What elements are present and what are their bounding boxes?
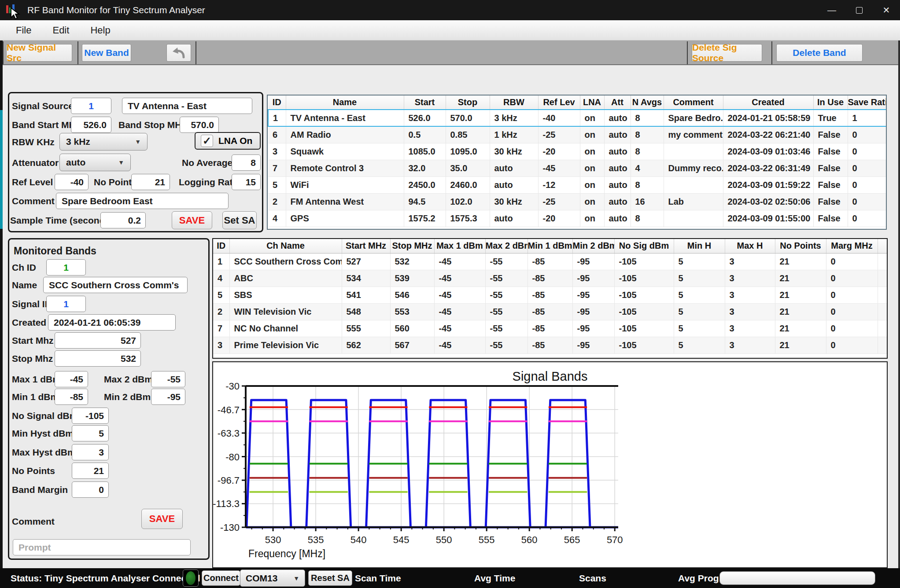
set-sa-button[interactable]: Set SA (222, 211, 257, 229)
signal-id-label: Signal ID (12, 296, 52, 312)
band-margin-field[interactable]: 0 (72, 481, 109, 498)
no-averages-field[interactable]: 8 (232, 154, 261, 171)
table-row[interactable]: 5SBS541546-45-55-85-95-10553210 (213, 287, 887, 303)
column-header[interactable] (878, 239, 887, 253)
band-save-button[interactable]: SAVE (141, 509, 183, 529)
close-button[interactable]: ✕ (873, 0, 900, 20)
rbw-dropdown[interactable]: 3 kHz ▼ (59, 133, 148, 151)
column-header[interactable]: Comment (664, 96, 723, 110)
minimize-button[interactable]: — (818, 0, 845, 20)
column-header[interactable]: Stop MHz (390, 239, 434, 253)
sample-time-field[interactable]: 0.2 (100, 212, 146, 228)
column-header[interactable]: In Use (813, 96, 848, 110)
table-row[interactable]: 1TV Antenna - East526.0570.03 kHz-40onau… (268, 110, 886, 126)
band-name-field[interactable]: SCC Southern Cross Comm's (43, 277, 188, 293)
column-header[interactable]: Att (604, 96, 631, 110)
com-port-dropdown[interactable]: COM13 ▼ (240, 570, 305, 587)
column-header[interactable]: Max H (725, 239, 775, 253)
toolbar: New Signal Src New Band Delete Sig Sourc… (0, 40, 900, 65)
column-header[interactable]: Name (286, 96, 404, 110)
table-row[interactable]: 3Prime Television Vic562567-45-55-85-95-… (213, 337, 887, 353)
no-signal-field[interactable]: -105 (72, 408, 109, 424)
menu-edit[interactable]: Edit (42, 20, 80, 40)
svg-text:570: 570 (607, 534, 623, 545)
table-row[interactable]: 5WiFi2450.02460.0auto-12onauto82024-03-0… (268, 176, 886, 193)
table-row[interactable]: 3Squawk1085.01095.030 kHz-20onauto82024-… (268, 143, 886, 160)
maximize-button[interactable] (845, 0, 873, 20)
column-header[interactable]: Created (723, 96, 813, 110)
column-header[interactable]: Min 1 dBm (527, 239, 572, 253)
column-header[interactable]: ID (213, 239, 229, 253)
signal-source-name-field[interactable]: TV Antenna - East (122, 98, 252, 114)
menu-file[interactable]: File (5, 20, 42, 40)
table-row[interactable]: 6AM Radio0.50.851 kHz-25onauto8my commen… (268, 126, 886, 143)
column-header[interactable]: Max 2 dBm (485, 239, 527, 253)
column-header[interactable]: LNA (580, 96, 604, 110)
no-points-field[interactable]: 21 (131, 174, 170, 190)
signal-source-label: Signal Source (12, 98, 74, 114)
chevron-down-icon: ▼ (293, 575, 299, 582)
ch-id-field[interactable]: 1 (46, 259, 86, 276)
comment-label: Comment (12, 193, 55, 209)
column-header[interactable]: ID (268, 96, 286, 110)
column-header[interactable]: Start (404, 96, 446, 110)
column-header[interactable]: Save Ratio (848, 96, 886, 110)
attenuator-dropdown[interactable]: auto ▼ (59, 154, 131, 171)
delete-band-button[interactable]: Delete Band (776, 44, 863, 62)
max1-field[interactable]: -45 (55, 371, 88, 387)
min2-field[interactable]: -95 (151, 389, 185, 405)
lna-on-checkbox[interactable]: ✓ LNA On (195, 132, 261, 150)
column-header[interactable]: Ref Lev (538, 96, 580, 110)
column-header[interactable]: Stop (446, 96, 490, 110)
band-comment-input[interactable] (13, 539, 191, 555)
table-row[interactable]: 2FM Antenna West94.5102.030 kHz-25onauto… (268, 193, 886, 210)
new-band-button[interactable]: New Band (82, 44, 131, 62)
max2-field[interactable]: -55 (151, 371, 185, 387)
min2-label: Min 2 dBm (104, 389, 151, 405)
reset-sa-button[interactable]: Reset SA (308, 570, 352, 586)
column-header[interactable]: Start MHz (342, 239, 390, 253)
column-header[interactable]: RBW (490, 96, 538, 110)
no-points-label: No Points (94, 174, 137, 190)
table-row[interactable]: 2WIN Television Vic548553-45-55-85-95-10… (213, 303, 887, 320)
column-header[interactable]: Ch Name (229, 239, 342, 253)
svg-text:555: 555 (479, 534, 495, 545)
signal-source-id-field[interactable]: 1 (71, 98, 111, 114)
column-header[interactable]: Max 1 dBm (434, 239, 485, 253)
column-header[interactable]: No Points (775, 239, 826, 253)
column-header[interactable]: N Avgs (631, 96, 664, 110)
table-row[interactable]: 1SCC Southern Cross Comm's527532-45-55-8… (213, 253, 887, 270)
new-signal-src-button[interactable]: New Signal Src (6, 44, 72, 62)
band-start-field[interactable]: 526.0 (71, 117, 111, 133)
logging-ratio-field[interactable]: 15 (232, 174, 261, 190)
status-bar: Status: Tiny Spectrum Analyser Connected… (0, 568, 900, 588)
status-text: Status: Tiny Spectrum Analyser Connected (11, 568, 200, 588)
menu-help[interactable]: Help (80, 20, 121, 40)
min-hyst-field[interactable]: 5 (72, 425, 109, 441)
comment-field[interactable]: Spare Bedroom East (56, 193, 229, 209)
band-stop-field[interactable]: 570.0 (180, 117, 219, 133)
column-header[interactable]: Marg MHz (826, 239, 878, 253)
table-row[interactable]: 7NC No Channel555560-45-55-85-95-1055321… (213, 320, 887, 337)
band-no-points-field[interactable]: 21 (72, 463, 109, 479)
chevron-down-icon: ▼ (118, 159, 124, 166)
table-row[interactable]: 7Remote Control 332.035.0auto-45onauto4D… (268, 160, 886, 176)
delete-sig-source-button[interactable]: Delete Sig Source (692, 44, 762, 62)
column-header[interactable]: Min 2 dBm (572, 239, 614, 253)
column-header[interactable]: Min H (674, 239, 725, 253)
max-hyst-field[interactable]: 3 (72, 444, 109, 460)
connect-button[interactable]: Connect (202, 570, 240, 586)
stop-mhz-field[interactable]: 532 (55, 350, 141, 367)
min1-field[interactable]: -85 (55, 389, 88, 405)
table-row[interactable]: 4ABC534539-45-55-85-95-10553210 (213, 270, 887, 287)
start-mhz-field[interactable]: 527 (55, 332, 141, 349)
svg-text:535: 535 (308, 534, 324, 545)
undo-button[interactable] (166, 44, 191, 62)
signal-id-field[interactable]: 1 (46, 296, 86, 312)
table-row[interactable]: 4GPS1575.21575.3auto-20onauto82024-03-09… (268, 210, 886, 227)
column-header[interactable]: No Sig dBm (614, 239, 674, 253)
undo-icon (172, 47, 186, 59)
signal-save-button[interactable]: SAVE (172, 211, 212, 229)
created-field[interactable]: 2024-01-21 06:05:39 (48, 314, 176, 331)
ref-level-field[interactable]: -40 (55, 174, 89, 190)
